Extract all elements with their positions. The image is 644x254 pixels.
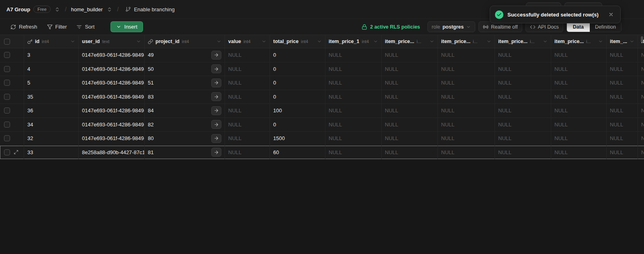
cell-total_price[interactable]: 0 — [270, 48, 325, 62]
cell-project_id[interactable]: 50 — [145, 62, 225, 76]
cell-item_[interactable]: NULL — [638, 76, 644, 90]
cell-item_[interactable]: NULL — [607, 76, 638, 90]
cell-value[interactable]: NULL — [225, 76, 270, 90]
table-row[interactable]: 40147e693-061f-4286-9849-250NULL0NULLNUL… — [0, 62, 644, 76]
cell-item_price_1[interactable]: NULL — [325, 146, 382, 159]
cell-item_price[interactable]: NULL — [438, 118, 495, 132]
cell-total_price[interactable]: 0 — [270, 90, 325, 104]
cell-item_price_1[interactable]: NULL — [325, 62, 382, 76]
cell-item_price_1[interactable]: NULL — [325, 104, 382, 118]
cell-item_price[interactable]: NULL — [438, 76, 495, 90]
cell-item_price[interactable]: NULL — [438, 48, 495, 62]
open-referenced-record-button[interactable] — [211, 120, 221, 129]
cell-user_id[interactable]: 0147e693-061f-4286-9849-2 — [79, 118, 145, 132]
cell-value[interactable]: NULL — [225, 146, 270, 159]
rls-policies-button[interactable]: 2 active RLS policies — [362, 24, 420, 30]
cell-item_[interactable]: NULL — [638, 90, 644, 104]
cell-project_id[interactable]: 84 — [145, 104, 225, 118]
cell-project_id[interactable]: 80 — [145, 132, 225, 145]
cell-id[interactable]: 4 — [24, 62, 79, 76]
cell-item_price[interactable]: NULL — [382, 90, 438, 104]
open-referenced-record-button[interactable] — [211, 78, 221, 87]
cell-item_price[interactable]: NULL — [382, 118, 438, 132]
row-checkbox[interactable] — [4, 94, 10, 100]
cell-user_id[interactable]: 0147e693-061f-4286-9849-2 — [79, 104, 145, 118]
cell-item_price[interactable]: NULL — [382, 62, 438, 76]
column-menu-icon[interactable] — [373, 39, 378, 44]
cell-item_price[interactable]: NULL — [551, 104, 607, 118]
cell-item_price[interactable]: NULL — [438, 104, 495, 118]
table-row[interactable]: 30147e693-061f-4286-9849-249NULL0NULLNUL… — [0, 48, 644, 62]
column-menu-icon[interactable] — [70, 39, 75, 44]
cell-item_price[interactable]: NULL — [382, 132, 438, 145]
cell-id[interactable]: 33 — [24, 146, 79, 159]
cell-id[interactable]: 35 — [24, 90, 79, 104]
cell-item_[interactable]: NULL — [638, 62, 644, 76]
column-header-item_price[interactable]: item_price...i... — [551, 35, 607, 48]
cell-item_[interactable]: NULL — [607, 132, 638, 145]
cell-project_id[interactable]: 81 — [145, 146, 225, 159]
table-row[interactable]: 320147e693-061f-4286-9849-280NULL1500NUL… — [0, 132, 644, 146]
open-referenced-record-button[interactable] — [211, 148, 221, 157]
table-row[interactable]: 50147e693-061f-4286-9849-251NULL0NULLNUL… — [0, 76, 644, 90]
cell-project_id[interactable]: 51 — [145, 76, 225, 90]
cell-item_price_1[interactable]: NULL — [325, 90, 382, 104]
cell-item_[interactable]: NULL — [607, 118, 638, 132]
column-menu-icon[interactable] — [598, 39, 603, 44]
open-referenced-record-button[interactable] — [211, 106, 221, 115]
column-header-item_price[interactable]: item_price...i... — [495, 35, 551, 48]
table-row[interactable]: 338e258a88-d90b-4427-87c1-481NULL60NULLN… — [0, 146, 644, 160]
cell-item_price_1[interactable]: NULL — [325, 76, 382, 90]
toast-close-icon[interactable] — [607, 10, 615, 19]
cell-id[interactable]: 3 — [24, 48, 79, 62]
select-all-checkbox[interactable] — [4, 39, 10, 45]
cell-item_price[interactable]: NULL — [382, 48, 438, 62]
refresh-button[interactable]: Refresh — [6, 22, 41, 32]
cell-item_[interactable]: NULL — [638, 118, 644, 132]
row-checkbox[interactable] — [4, 80, 10, 86]
project-switcher-icon[interactable] — [106, 6, 113, 13]
table-row[interactable]: 340147e693-061f-4286-9849-282NULL0NULLNU… — [0, 118, 644, 132]
table-row[interactable]: 360147e693-061f-4286-9849-284NULL100NULL… — [0, 104, 644, 118]
insert-button[interactable]: Insert — [110, 21, 143, 32]
cell-id[interactable]: 36 — [24, 104, 79, 118]
open-referenced-record-button[interactable] — [211, 134, 221, 143]
open-referenced-record-button[interactable] — [211, 64, 221, 73]
column-header-value[interactable]: valueint4 — [225, 35, 270, 48]
cell-item_price[interactable]: NULL — [495, 76, 551, 90]
column-menu-icon[interactable] — [487, 39, 491, 44]
cell-user_id[interactable]: 8e258a88-d90b-4427-87c1-4 — [79, 146, 145, 159]
cell-item_[interactable]: NULL — [607, 48, 638, 62]
cell-item_[interactable]: NULL — [638, 132, 644, 145]
row-checkbox[interactable] — [4, 66, 10, 72]
cell-item_price[interactable]: NULL — [438, 146, 495, 159]
cell-item_price[interactable]: NULL — [551, 48, 607, 62]
column-menu-icon[interactable] — [317, 39, 322, 44]
cell-value[interactable]: NULL — [225, 48, 270, 62]
cell-value[interactable]: NULL — [225, 62, 270, 76]
cell-item_price_1[interactable]: NULL — [325, 48, 382, 62]
cell-project_id[interactable]: 49 — [145, 48, 225, 62]
row-checkbox[interactable] — [4, 149, 10, 155]
cell-item_price[interactable]: NULL — [495, 132, 551, 145]
cell-item_price[interactable]: NULL — [495, 104, 551, 118]
organization-name[interactable]: A7 Group — [6, 6, 30, 12]
row-checkbox[interactable] — [4, 52, 10, 58]
cell-item_[interactable]: NULL — [607, 90, 638, 104]
column-header-total_price[interactable]: total_priceint4 — [270, 35, 325, 48]
column-header-project_id[interactable]: project_idint4 — [145, 35, 225, 48]
filter-button[interactable]: Filter — [43, 22, 71, 32]
column-header-item_[interactable]: item_... — [607, 35, 638, 48]
row-checkbox[interactable] — [4, 122, 10, 128]
cell-total_price[interactable]: 60 — [270, 146, 325, 159]
project-name[interactable]: home_builder — [71, 6, 103, 12]
cell-item_[interactable]: NULL — [638, 146, 644, 159]
cell-item_price[interactable]: NULL — [495, 146, 551, 159]
row-checkbox[interactable] — [4, 107, 10, 114]
row-checkbox[interactable] — [4, 135, 10, 141]
cell-item_price[interactable]: NULL — [551, 62, 607, 76]
column-menu-icon[interactable] — [217, 39, 221, 44]
open-referenced-record-button[interactable] — [211, 51, 221, 60]
role-selector[interactable]: role postgres — [427, 21, 476, 32]
cell-item_price[interactable]: NULL — [495, 90, 551, 104]
